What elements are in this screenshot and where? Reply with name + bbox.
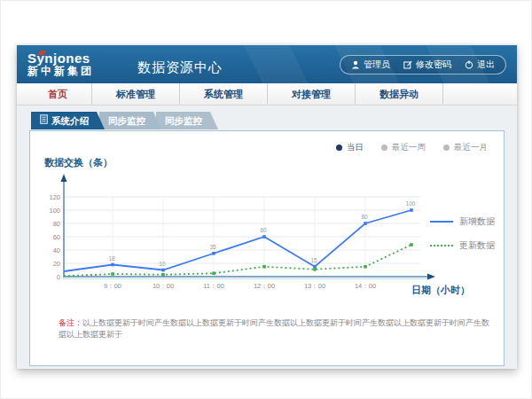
chart-point (111, 272, 114, 276)
chart-point (212, 271, 215, 275)
legend-label: 更新数据 (459, 239, 495, 252)
change-password-button[interactable]: 修改密码 (403, 59, 451, 71)
nav-item-home[interactable]: 首页 (24, 83, 92, 105)
filter-label: 最近一周 (392, 142, 426, 153)
chart-point (313, 268, 317, 271)
tab-label: 同步监控 (108, 112, 145, 129)
x-tick-label: 9：00 (104, 282, 121, 290)
chart-point (410, 243, 413, 246)
y-tick-label: 100 (49, 207, 60, 215)
chart-point (161, 269, 165, 272)
x-tick-label: 11：00 (203, 282, 224, 290)
y-axis-title: 数据交换（条） (44, 156, 113, 169)
filter-label: 最近一月 (454, 142, 488, 153)
y-tick-label: 80 (53, 220, 60, 228)
chart-point (364, 265, 367, 269)
x-axis-title: 日期（小时） (411, 284, 470, 297)
y-tick-label: 40 (53, 246, 60, 254)
time-range-filters: 当日 最近一周 最近一月 (336, 142, 488, 153)
nav-item-standard-management[interactable]: 标准管理 (92, 83, 180, 105)
series-line-0 (64, 210, 411, 271)
legend-item-updated-data[interactable]: 更新数据 (430, 239, 495, 252)
point-label: 100 (406, 200, 416, 207)
exchange-chart: 0204060801001209：0010：0011：0012：0013：001… (37, 170, 445, 312)
radio-dot-icon (381, 145, 387, 151)
solid-line-icon (430, 221, 453, 223)
y-tick-label: 60 (53, 233, 60, 241)
point-label: 35 (209, 244, 216, 250)
chart-point (364, 222, 367, 225)
change-password-label: 修改密码 (416, 59, 451, 71)
screenshot-canvas: Synjones 新中新集团 数据资源中心 管理员 修改密码 (0, 0, 532, 399)
nav-item-integration-management[interactable]: 对接管理 (268, 83, 356, 105)
point-label: 15 (310, 257, 317, 263)
series-line-1 (64, 245, 411, 276)
footnote-prefix: 备注： (59, 318, 82, 327)
user-icon (351, 60, 360, 69)
logo: Synjones 新中新集团 (27, 51, 123, 78)
y-tick-label: 120 (49, 193, 60, 201)
app-header: Synjones 新中新集团 数据资源中心 管理员 修改密码 (17, 45, 517, 83)
filter-label: 当日 (347, 142, 364, 153)
point-label: 18 (108, 255, 115, 262)
document-icon (40, 112, 48, 129)
radio-dot-icon (443, 145, 450, 151)
admin-button[interactable]: 管理员 (351, 59, 390, 71)
logo-company-name: 新中新集团 (27, 66, 123, 77)
y-tick-label: 0 (57, 273, 60, 281)
tab-sync-monitor-1[interactable]: 同步监控 (99, 112, 161, 129)
legend-item-new-data[interactable]: 新增数据 (430, 215, 495, 228)
point-label: 10 (159, 261, 166, 267)
tab-label: 系统介绍 (51, 112, 89, 129)
logout-button[interactable]: 退出 (465, 59, 495, 71)
user-menu: 管理员 修改密码 退出 (340, 55, 506, 74)
content-area: 系统介绍 同步监控 同步监控 当日 最近一周 (17, 106, 517, 369)
y-tick-label: 20 (53, 260, 60, 268)
x-axis-arrow-icon (427, 274, 435, 280)
logout-label: 退出 (477, 59, 495, 71)
edit-icon (403, 60, 412, 69)
tab-label: 同步监控 (165, 112, 202, 129)
power-icon (465, 60, 473, 69)
filter-today[interactable]: 当日 (336, 142, 364, 153)
y-axis-arrow-icon (61, 174, 67, 182)
admin-label: 管理员 (364, 59, 390, 71)
x-tick-label: 14：00 (355, 282, 376, 290)
main-nav: 首页 标准管理 系统管理 对接管理 数据异动 (17, 83, 517, 106)
app-window: Synjones 新中新集团 数据资源中心 管理员 修改密码 (17, 45, 517, 369)
point-label: 60 (260, 227, 267, 233)
legend-label: 新增数据 (459, 215, 495, 228)
footnote-text: 以上数据更新于时间产生数据以上数据更新于时间产生数据以上数据更新于时间产生数据以… (59, 318, 489, 339)
logo-wordmark: Synjones (27, 51, 123, 66)
dotted-line-icon (430, 245, 453, 246)
tab-bar: 系统介绍 同步监控 同步监控 (31, 112, 213, 129)
page-title: 数据资源中心 (137, 59, 223, 76)
chart-point (161, 273, 165, 277)
chart-point (262, 265, 266, 269)
chart-point (212, 252, 215, 255)
tab-sync-monitor-2[interactable]: 同步监控 (156, 112, 218, 129)
chart-point (410, 208, 413, 212)
x-tick-label: 10：00 (153, 282, 174, 290)
chart-panel: 当日 最近一周 最近一月 数据交换（条） 0204060801001209：00… (29, 130, 505, 366)
chart-legend: 新增数据 更新数据 (430, 215, 495, 252)
chart-point (111, 263, 114, 267)
nav-item-data-changes[interactable]: 数据异动 (356, 83, 443, 105)
nav-item-system-management[interactable]: 系统管理 (180, 83, 268, 105)
point-label: 80 (361, 214, 368, 220)
filter-last-month[interactable]: 最近一月 (443, 142, 488, 153)
x-tick-label: 12：00 (254, 282, 275, 290)
x-tick-label: 13：00 (304, 282, 325, 290)
radio-dot-icon (336, 145, 342, 151)
tab-system-intro[interactable]: 系统介绍 (31, 112, 105, 129)
footnote: 备注：以上数据更新于时间产生数据以上数据更新于时间产生数据以上数据更新于时间产生… (59, 317, 489, 340)
logo-text: Synjones (27, 51, 90, 66)
filter-last-week[interactable]: 最近一周 (381, 142, 426, 153)
chart-point (262, 235, 266, 239)
